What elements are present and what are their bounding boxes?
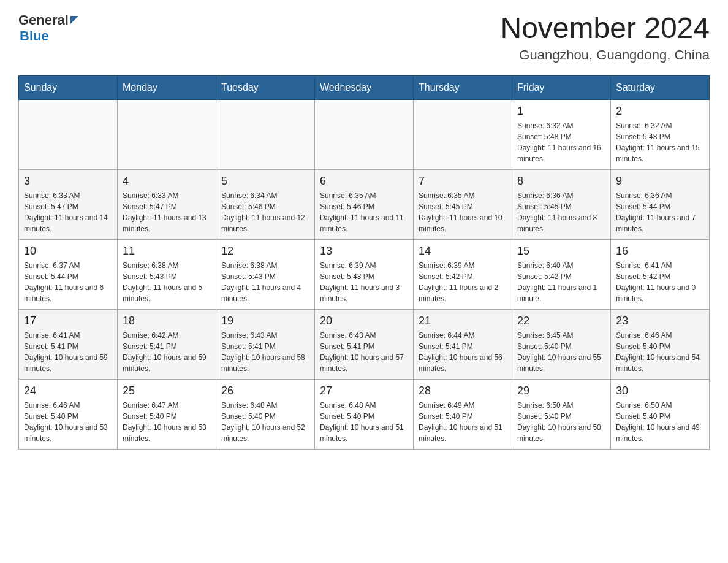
day-number: 30 (616, 385, 704, 397)
calendar-cell: 14Sunrise: 6:39 AM Sunset: 5:42 PM Dayli… (414, 239, 512, 309)
calendar-cell (315, 99, 414, 169)
day-number: 8 (517, 175, 605, 188)
calendar-cell: 30Sunrise: 6:50 AM Sunset: 5:40 PM Dayli… (611, 379, 710, 449)
day-number: 21 (419, 315, 507, 327)
calendar-cell (118, 99, 216, 169)
day-info: Sunrise: 6:39 AM Sunset: 5:42 PM Dayligh… (419, 260, 507, 304)
day-number: 11 (123, 245, 211, 258)
calendar-cell: 11Sunrise: 6:38 AM Sunset: 5:43 PM Dayli… (118, 239, 216, 309)
calendar-cell: 5Sunrise: 6:34 AM Sunset: 5:46 PM Daylig… (216, 169, 315, 239)
day-number: 23 (616, 315, 704, 327)
day-header-friday: Friday (512, 75, 611, 99)
calendar-cell: 10Sunrise: 6:37 AM Sunset: 5:44 PM Dayli… (19, 239, 118, 309)
day-number: 9 (616, 175, 704, 188)
logo-blue-text: Blue (20, 28, 49, 44)
calendar-cell: 15Sunrise: 6:40 AM Sunset: 5:42 PM Dayli… (512, 239, 611, 309)
calendar-cell: 19Sunrise: 6:43 AM Sunset: 5:41 PM Dayli… (216, 309, 315, 379)
week-row-1: 1Sunrise: 6:32 AM Sunset: 5:48 PM Daylig… (19, 99, 710, 169)
day-info: Sunrise: 6:43 AM Sunset: 5:41 PM Dayligh… (320, 330, 408, 374)
calendar-cell: 25Sunrise: 6:47 AM Sunset: 5:40 PM Dayli… (118, 379, 216, 449)
calendar-cell: 17Sunrise: 6:41 AM Sunset: 5:41 PM Dayli… (19, 309, 118, 379)
day-info: Sunrise: 6:42 AM Sunset: 5:41 PM Dayligh… (123, 330, 211, 374)
day-number: 15 (517, 245, 605, 258)
calendar-cell: 7Sunrise: 6:35 AM Sunset: 5:45 PM Daylig… (414, 169, 512, 239)
day-number: 12 (221, 245, 309, 258)
day-info: Sunrise: 6:36 AM Sunset: 5:44 PM Dayligh… (616, 190, 704, 234)
day-number: 16 (616, 245, 704, 258)
week-row-3: 10Sunrise: 6:37 AM Sunset: 5:44 PM Dayli… (19, 239, 710, 309)
day-number: 7 (419, 175, 507, 188)
calendar-cell: 8Sunrise: 6:36 AM Sunset: 5:45 PM Daylig… (512, 169, 611, 239)
calendar-cell: 29Sunrise: 6:50 AM Sunset: 5:40 PM Dayli… (512, 379, 611, 449)
day-header-saturday: Saturday (611, 75, 710, 99)
day-number: 27 (320, 385, 408, 397)
day-number: 1 (517, 105, 605, 118)
calendar-cell: 6Sunrise: 6:35 AM Sunset: 5:46 PM Daylig… (315, 169, 414, 239)
calendar-cell: 24Sunrise: 6:46 AM Sunset: 5:40 PM Dayli… (19, 379, 118, 449)
day-info: Sunrise: 6:50 AM Sunset: 5:40 PM Dayligh… (517, 400, 605, 444)
calendar-cell: 4Sunrise: 6:33 AM Sunset: 5:47 PM Daylig… (118, 169, 216, 239)
calendar-cell: 9Sunrise: 6:36 AM Sunset: 5:44 PM Daylig… (611, 169, 710, 239)
day-info: Sunrise: 6:32 AM Sunset: 5:48 PM Dayligh… (517, 120, 605, 164)
day-header-sunday: Sunday (19, 75, 118, 99)
day-info: Sunrise: 6:39 AM Sunset: 5:43 PM Dayligh… (320, 260, 408, 304)
calendar-cell: 26Sunrise: 6:48 AM Sunset: 5:40 PM Dayli… (216, 379, 315, 449)
day-header-thursday: Thursday (414, 75, 512, 99)
week-row-4: 17Sunrise: 6:41 AM Sunset: 5:41 PM Dayli… (19, 309, 710, 379)
calendar-cell: 18Sunrise: 6:42 AM Sunset: 5:41 PM Dayli… (118, 309, 216, 379)
day-info: Sunrise: 6:40 AM Sunset: 5:42 PM Dayligh… (517, 260, 605, 304)
calendar-cell (216, 99, 315, 169)
calendar-table: SundayMondayTuesdayWednesdayThursdayFrid… (18, 75, 710, 450)
location-title: Guangzhou, Guangdong, China (500, 47, 710, 63)
calendar-cell: 23Sunrise: 6:46 AM Sunset: 5:40 PM Dayli… (611, 309, 710, 379)
calendar-cell: 22Sunrise: 6:45 AM Sunset: 5:40 PM Dayli… (512, 309, 611, 379)
day-info: Sunrise: 6:41 AM Sunset: 5:41 PM Dayligh… (24, 330, 112, 374)
calendar-cell: 1Sunrise: 6:32 AM Sunset: 5:48 PM Daylig… (512, 99, 611, 169)
calendar-cell (414, 99, 512, 169)
day-number: 19 (221, 315, 309, 327)
day-info: Sunrise: 6:48 AM Sunset: 5:40 PM Dayligh… (320, 400, 408, 444)
day-number: 24 (24, 385, 112, 397)
day-number: 17 (24, 315, 112, 327)
day-number: 13 (320, 245, 408, 258)
week-row-2: 3Sunrise: 6:33 AM Sunset: 5:47 PM Daylig… (19, 169, 710, 239)
calendar-cell: 3Sunrise: 6:33 AM Sunset: 5:47 PM Daylig… (19, 169, 118, 239)
day-info: Sunrise: 6:38 AM Sunset: 5:43 PM Dayligh… (123, 260, 211, 304)
day-number: 14 (419, 245, 507, 258)
day-number: 3 (24, 175, 112, 188)
day-info: Sunrise: 6:34 AM Sunset: 5:46 PM Dayligh… (221, 190, 309, 234)
day-info: Sunrise: 6:33 AM Sunset: 5:47 PM Dayligh… (24, 190, 112, 234)
day-info: Sunrise: 6:35 AM Sunset: 5:46 PM Dayligh… (320, 190, 408, 234)
day-header-monday: Monday (118, 75, 216, 99)
day-info: Sunrise: 6:44 AM Sunset: 5:41 PM Dayligh… (419, 330, 507, 374)
calendar-cell: 16Sunrise: 6:41 AM Sunset: 5:42 PM Dayli… (611, 239, 710, 309)
day-info: Sunrise: 6:41 AM Sunset: 5:42 PM Dayligh… (616, 260, 704, 304)
title-area: November 2024 Guangzhou, Guangdong, Chin… (500, 12, 710, 63)
day-info: Sunrise: 6:37 AM Sunset: 5:44 PM Dayligh… (24, 260, 112, 304)
day-info: Sunrise: 6:43 AM Sunset: 5:41 PM Dayligh… (221, 330, 309, 374)
day-number: 22 (517, 315, 605, 327)
day-info: Sunrise: 6:45 AM Sunset: 5:40 PM Dayligh… (517, 330, 605, 374)
day-number: 28 (419, 385, 507, 397)
day-number: 10 (24, 245, 112, 258)
logo-general-text: General (18, 12, 69, 28)
day-number: 26 (221, 385, 309, 397)
day-info: Sunrise: 6:49 AM Sunset: 5:40 PM Dayligh… (419, 400, 507, 444)
day-info: Sunrise: 6:38 AM Sunset: 5:43 PM Dayligh… (221, 260, 309, 304)
day-info: Sunrise: 6:48 AM Sunset: 5:40 PM Dayligh… (221, 400, 309, 444)
header: General Blue November 2024 Guangzhou, Gu… (18, 12, 710, 63)
calendar-cell: 28Sunrise: 6:49 AM Sunset: 5:40 PM Dayli… (414, 379, 512, 449)
day-info: Sunrise: 6:46 AM Sunset: 5:40 PM Dayligh… (616, 330, 704, 374)
day-header-tuesday: Tuesday (216, 75, 315, 99)
calendar-cell: 12Sunrise: 6:38 AM Sunset: 5:43 PM Dayli… (216, 239, 315, 309)
calendar-cell: 13Sunrise: 6:39 AM Sunset: 5:43 PM Dayli… (315, 239, 414, 309)
day-info: Sunrise: 6:35 AM Sunset: 5:45 PM Dayligh… (419, 190, 507, 234)
day-info: Sunrise: 6:32 AM Sunset: 5:48 PM Dayligh… (616, 120, 704, 164)
day-header-wednesday: Wednesday (315, 75, 414, 99)
calendar-cell (19, 99, 118, 169)
month-title: November 2024 (500, 12, 710, 45)
logo: General Blue (18, 12, 78, 44)
day-number: 2 (616, 105, 704, 118)
day-info: Sunrise: 6:50 AM Sunset: 5:40 PM Dayligh… (616, 400, 704, 444)
day-info: Sunrise: 6:47 AM Sunset: 5:40 PM Dayligh… (123, 400, 211, 444)
